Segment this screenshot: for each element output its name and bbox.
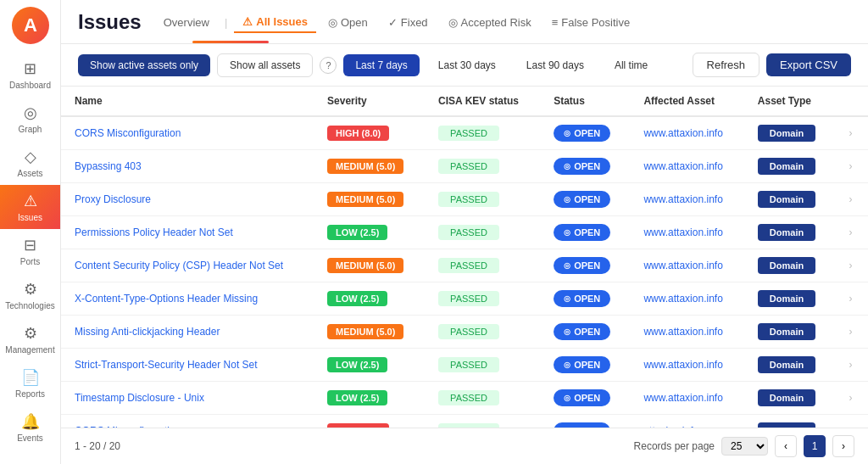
asset-link[interactable]: www.attaxion.info bbox=[643, 392, 722, 404]
issue-name-link[interactable]: Content Security Policy (CSP) Header Not… bbox=[75, 260, 283, 271]
issue-name-link[interactable]: Bypassing 403 bbox=[75, 160, 142, 172]
cell-asset-type: Domain bbox=[744, 150, 836, 183]
asset-link[interactable]: www.attaxion.info bbox=[643, 127, 722, 139]
asset-link[interactable]: www.attaxion.info bbox=[643, 260, 722, 271]
asset-type-badge: Domain bbox=[758, 191, 815, 208]
status-badge: ◎OPEN bbox=[554, 125, 610, 142]
row-more-icon[interactable]: › bbox=[849, 392, 852, 404]
cell-severity: HIGH (8.0) bbox=[314, 116, 425, 150]
asset-link[interactable]: www.attaxion.info bbox=[643, 359, 722, 371]
tab-accepted-risk[interactable]: ◎ Accepted Risk bbox=[440, 13, 540, 32]
cell-name: CORS Misconfiguration bbox=[61, 415, 314, 428]
cell-cisa: PASSED bbox=[425, 316, 540, 349]
asset-link[interactable]: www.attaxion.info bbox=[643, 160, 722, 172]
tab-accepted-icon: ◎ bbox=[448, 16, 458, 29]
severity-badge: MEDIUM (5.0) bbox=[327, 159, 403, 174]
col-name: Name bbox=[61, 87, 314, 116]
tab-false-positive[interactable]: ≡ False Positive bbox=[543, 13, 639, 32]
tab-open-icon: ◎ bbox=[328, 16, 337, 29]
asset-link[interactable]: www.attaxion.info bbox=[643, 293, 722, 305]
events-icon: 🔔 bbox=[21, 412, 40, 431]
cisa-badge: PASSED bbox=[438, 225, 499, 240]
sidebar-item-ports[interactable]: ⊟ Ports bbox=[0, 229, 60, 273]
table-footer: 1 - 20 / 20 Records per page 25 50 100 ‹… bbox=[61, 428, 868, 464]
row-more-icon[interactable]: › bbox=[849, 260, 852, 271]
cisa-badge: PASSED bbox=[438, 357, 499, 372]
sidebar-item-issues[interactable]: ⚠ Issues bbox=[0, 185, 60, 229]
tab-overview[interactable]: Overview bbox=[155, 13, 218, 32]
cell-cisa: PASSED bbox=[425, 382, 540, 415]
next-page-button[interactable]: › bbox=[832, 435, 854, 457]
issue-name-link[interactable]: Strict-Transport-Security Header Not Set bbox=[75, 359, 258, 371]
cell-asset: attaxion.info bbox=[630, 415, 743, 428]
row-more-icon[interactable]: › bbox=[849, 359, 852, 371]
show-all-assets-button[interactable]: Show all assets bbox=[217, 53, 313, 77]
tab-fixed[interactable]: ✓ Fixed bbox=[380, 13, 437, 32]
sidebar-item-technologies[interactable]: ⚙ Technologies bbox=[0, 273, 60, 317]
show-active-assets-button[interactable]: Show active assets only bbox=[78, 54, 210, 76]
records-per-page-select[interactable]: 25 50 100 bbox=[721, 437, 768, 456]
row-more-icon[interactable]: › bbox=[849, 193, 852, 205]
issue-name-link[interactable]: Permissions Policy Header Not Set bbox=[75, 226, 233, 238]
row-more-icon[interactable]: › bbox=[849, 160, 852, 172]
issue-name-link[interactable]: X-Content-Type-Options Header Missing bbox=[75, 293, 258, 305]
status-badge: ◎OPEN bbox=[554, 389, 610, 406]
cell-name: Permissions Policy Header Not Set bbox=[61, 216, 314, 249]
sidebar-item-label: Reports bbox=[15, 389, 45, 399]
asset-type-badge: Domain bbox=[758, 290, 815, 307]
page-1-button[interactable]: 1 bbox=[804, 435, 826, 457]
cell-cisa: PASSED bbox=[425, 282, 540, 316]
issue-name-link[interactable]: Timestamp Disclosure - Unix bbox=[75, 392, 204, 404]
table-row: Content Security Policy (CSP) Header Not… bbox=[61, 249, 868, 282]
time-filter-7days[interactable]: Last 7 days bbox=[343, 54, 419, 76]
issue-name-link[interactable]: Missing Anti-clickjacking Header bbox=[75, 326, 220, 338]
export-csv-button[interactable]: Export CSV bbox=[766, 53, 851, 76]
issues-icon: ⚠ bbox=[24, 192, 37, 210]
issue-name-link[interactable]: Proxy Disclosure bbox=[75, 193, 151, 205]
time-filter-alltime[interactable]: All time bbox=[603, 54, 659, 76]
sidebar-item-events[interactable]: 🔔 Events bbox=[0, 405, 60, 450]
table-row: X-Content-Type-Options Header Missing LO… bbox=[61, 282, 868, 316]
prev-page-button[interactable]: ‹ bbox=[775, 435, 797, 457]
cell-cisa: PASSED bbox=[425, 349, 540, 382]
cell-row-action: › bbox=[835, 415, 868, 428]
status-badge: ◎OPEN bbox=[554, 290, 610, 307]
asset-type-badge: Domain bbox=[758, 125, 815, 142]
row-more-icon[interactable]: › bbox=[849, 127, 852, 139]
cell-row-action: › bbox=[835, 150, 868, 183]
sidebar-item-management[interactable]: ⚙ Management bbox=[0, 317, 60, 361]
col-severity: Severity bbox=[314, 87, 425, 116]
cell-severity: LOW (2.5) bbox=[314, 282, 425, 316]
severity-badge: LOW (2.5) bbox=[327, 225, 387, 240]
cell-row-action: › bbox=[835, 382, 868, 415]
table-row: Permissions Policy Header Not Set LOW (2… bbox=[61, 216, 868, 249]
cell-row-action: › bbox=[835, 249, 868, 282]
time-filter-30days[interactable]: Last 30 days bbox=[426, 54, 508, 76]
tab-all-issues[interactable]: ⚠ All Issues bbox=[234, 12, 316, 33]
cell-severity: LOW (2.5) bbox=[314, 382, 425, 415]
col-actions bbox=[835, 87, 868, 116]
sidebar-item-dashboard[interactable]: ⊞ Dashboard bbox=[0, 53, 60, 97]
table-row: Bypassing 403 MEDIUM (5.0) PASSED ◎OPEN … bbox=[61, 150, 868, 183]
tab-accepted-label: Accepted Risk bbox=[461, 16, 531, 29]
status-badge: ◎OPEN bbox=[554, 191, 610, 208]
time-filter-90days[interactable]: Last 90 days bbox=[515, 54, 596, 76]
sidebar-item-assets[interactable]: ◇ Assets bbox=[0, 141, 60, 185]
asset-link[interactable]: www.attaxion.info bbox=[643, 326, 722, 338]
col-cisa: CISA KEV status bbox=[425, 87, 540, 116]
refresh-button[interactable]: Refresh bbox=[693, 53, 760, 77]
help-icon[interactable]: ? bbox=[320, 57, 337, 74]
sidebar-item-label: Assets bbox=[17, 169, 42, 178]
table-row: Timestamp Disclosure - Unix LOW (2.5) PA… bbox=[61, 382, 868, 415]
sidebar-item-reports[interactable]: 📄 Reports bbox=[0, 361, 60, 405]
tab-open[interactable]: ◎ Open bbox=[320, 13, 376, 32]
asset-link[interactable]: www.attaxion.info bbox=[643, 193, 722, 205]
sidebar-item-graph[interactable]: ◎ Graph bbox=[0, 97, 60, 141]
asset-link[interactable]: www.attaxion.info bbox=[643, 226, 722, 238]
cell-status: ◎OPEN bbox=[540, 282, 630, 316]
row-more-icon[interactable]: › bbox=[849, 326, 852, 338]
issue-name-link[interactable]: CORS Misconfiguration bbox=[75, 127, 181, 139]
row-more-icon[interactable]: › bbox=[849, 226, 852, 238]
row-more-icon[interactable]: › bbox=[849, 293, 852, 305]
sidebar-item-label: Events bbox=[17, 433, 43, 443]
